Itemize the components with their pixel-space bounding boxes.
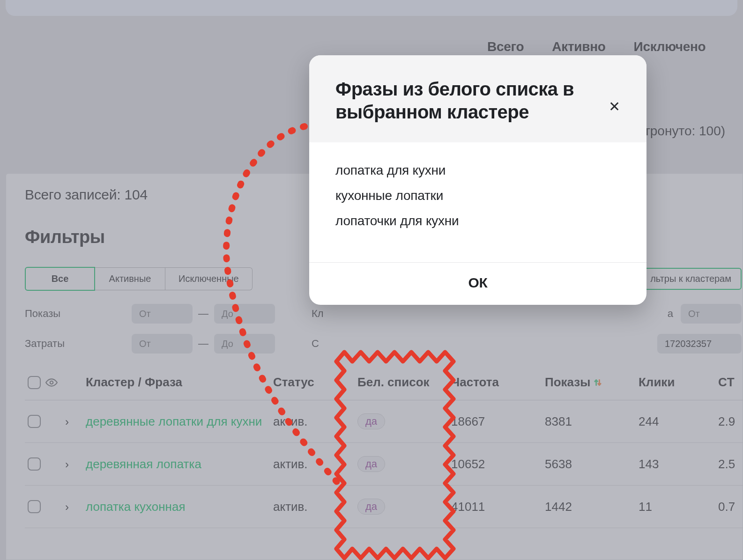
whitelist-modal: Фразы из белого списка в выбранном класт… bbox=[309, 55, 646, 305]
ok-button[interactable]: ОК bbox=[468, 275, 487, 291]
whitelist-phrase: лопаточки для кухни bbox=[335, 214, 620, 228]
whitelist-phrase: лопатка для кухни bbox=[335, 163, 620, 178]
modal-title: Фразы из белого списка в выбранном класт… bbox=[335, 78, 609, 124]
modal-body: лопатка для кухникухонные лопаткилопаточ… bbox=[309, 142, 646, 262]
close-icon[interactable]: ✕ bbox=[609, 78, 620, 115]
whitelist-phrase: кухонные лопатки bbox=[335, 188, 620, 203]
